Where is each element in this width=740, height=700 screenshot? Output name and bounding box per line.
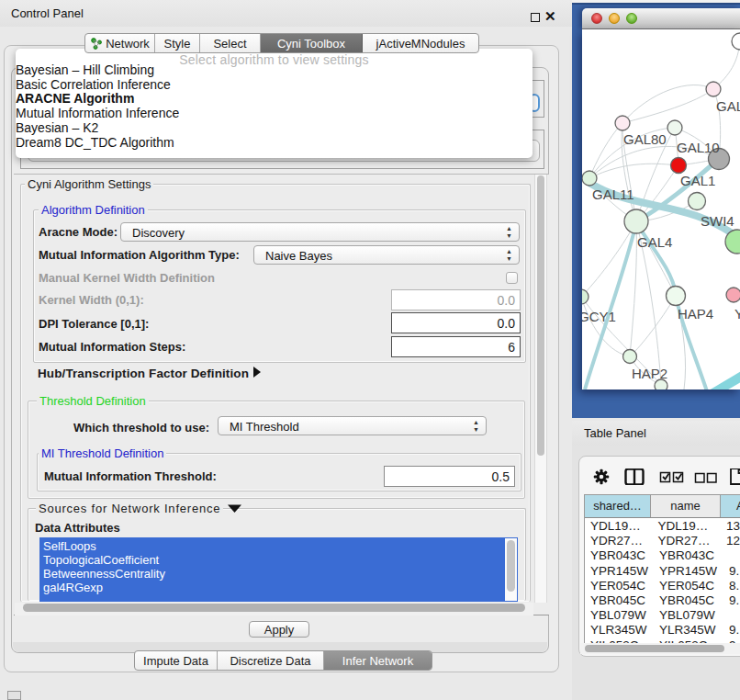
svg-text:SWI4: SWI4 (701, 213, 734, 229)
svg-text:GAL11: GAL11 (592, 186, 634, 202)
svg-text:Y: Y (734, 306, 740, 322)
svg-text:GAL: GAL (716, 98, 740, 114)
svg-text:HAP4: HAP4 (678, 306, 713, 322)
svg-text:GCY1: GCY1 (582, 309, 616, 324)
svg-text:GAL4: GAL4 (637, 234, 672, 250)
svg-text:GAL10: GAL10 (677, 140, 720, 155)
svg-text:GAL1: GAL1 (680, 173, 715, 188)
svg-text:GAL80: GAL80 (623, 131, 667, 147)
svg-text:HAP2: HAP2 (632, 366, 667, 381)
